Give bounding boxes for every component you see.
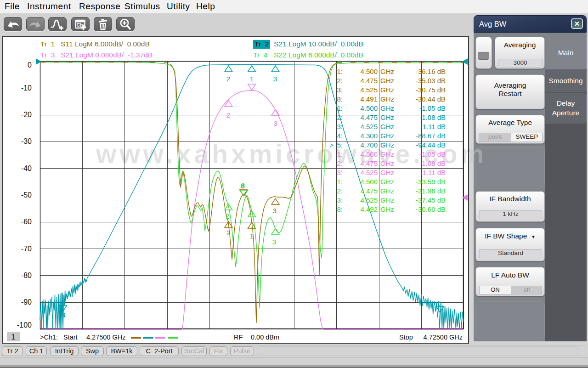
- svg-text:-90: -90: [21, 298, 32, 306]
- svg-text:-88.67 dB: -88.67 dB: [416, 132, 446, 140]
- svg-text:GHz: GHz: [380, 178, 394, 186]
- svg-text:2: 2: [226, 212, 229, 220]
- svg-text:1:: 1:: [337, 178, 343, 186]
- svg-text:1:: 1:: [337, 104, 343, 112]
- svg-text:GHz: GHz: [380, 159, 394, 167]
- svg-text:-30.44 dB: -30.44 dB: [416, 95, 446, 103]
- svg-text:2:: 2:: [337, 187, 343, 195]
- svg-text:GHz: GHz: [380, 123, 394, 130]
- svg-text:-94.44 dB: -94.44 dB: [416, 141, 446, 149]
- svg-text:-1.11 dB: -1.11 dB: [420, 123, 446, 130]
- svg-text:4.500: 4.500: [360, 68, 378, 75]
- svg-text:5: 5: [438, 299, 441, 307]
- svg-text:4.525: 4.525: [360, 196, 378, 204]
- svg-text:4.491: 4.491: [360, 95, 378, 103]
- svg-text:4.27500 GHz: 4.27500 GHz: [86, 334, 125, 341]
- svg-text:4.492: 4.492: [360, 205, 378, 213]
- svg-text:-30.60 dB: -30.60 dB: [416, 205, 446, 213]
- svg-text:1: 1: [250, 232, 254, 240]
- svg-text:Start: Start: [63, 334, 78, 341]
- svg-text:GHz: GHz: [380, 113, 394, 121]
- svg-text:GHz: GHz: [380, 141, 394, 149]
- svg-text:3:: 3:: [337, 123, 343, 130]
- svg-text:4.525: 4.525: [360, 123, 378, 130]
- svg-text:-1.05 dB: -1.05 dB: [419, 104, 446, 112]
- svg-text:4: 4: [62, 311, 66, 319]
- svg-text:-60: -60: [21, 218, 32, 226]
- svg-text:Tr 4: Tr 4: [253, 51, 268, 59]
- svg-text:-40: -40: [21, 164, 32, 172]
- svg-text:Stop: Stop: [399, 334, 413, 341]
- svg-text:5:: 5:: [337, 141, 343, 149]
- svg-text:4.500: 4.500: [360, 104, 378, 112]
- svg-text:4.475: 4.475: [360, 113, 378, 121]
- svg-text:RF: RF: [234, 334, 243, 341]
- svg-text:GHz: GHz: [380, 205, 394, 213]
- svg-text:4.525: 4.525: [360, 169, 378, 176]
- svg-text:GHz: GHz: [380, 169, 394, 176]
- svg-text:GHz: GHz: [380, 95, 394, 103]
- svg-text:Tr 2: Tr 2: [254, 40, 269, 48]
- svg-text:-70: -70: [21, 245, 32, 253]
- svg-text:4.525: 4.525: [360, 86, 378, 94]
- svg-text:GHz: GHz: [380, 132, 394, 140]
- svg-text:3:: 3:: [337, 86, 343, 94]
- svg-text:Tr 3 S21 LogM 0.080dB/ -1.: Tr 3 S21 LogM 0.080dB/ -1.37dB: [40, 51, 153, 59]
- svg-text:4.475: 4.475: [360, 187, 378, 195]
- svg-text:-37.45 dB: -37.45 dB: [416, 196, 446, 204]
- svg-text:-80: -80: [21, 272, 32, 279]
- svg-text:-31.96 dB: -31.96 dB: [416, 187, 446, 195]
- svg-text:Tr 1 S11 LogM 6.000dB/ 0.0: Tr 1 S11 LogM 6.000dB/ 0.00dB: [40, 40, 150, 48]
- svg-text:-10: -10: [21, 84, 32, 92]
- svg-text:-20: -20: [21, 111, 32, 119]
- svg-text:>Ch1:: >Ch1:: [40, 334, 58, 341]
- svg-text:3: 3: [274, 119, 277, 127]
- svg-text:3: 3: [272, 238, 276, 246]
- svg-text:-30.75 dB: -30.75 dB: [416, 86, 446, 94]
- svg-text:2: 2: [226, 111, 230, 119]
- svg-text:GHz: GHz: [380, 187, 394, 195]
- svg-text:-35.03 dB: -35.03 dB: [416, 77, 446, 85]
- svg-text:4.500: 4.500: [360, 178, 378, 186]
- svg-text:1:: 1:: [337, 68, 343, 75]
- svg-text:0: 0: [28, 61, 32, 69]
- svg-text:2:: 2:: [337, 113, 343, 121]
- svg-text:-50: -50: [21, 191, 32, 199]
- svg-text:-36.16 dB: -36.16 dB: [416, 68, 446, 75]
- svg-text:1: 1: [11, 333, 16, 341]
- svg-text:8: 8: [241, 181, 245, 189]
- svg-text:GHz: GHz: [380, 150, 394, 158]
- svg-text:-100: -100: [17, 321, 32, 329]
- svg-text:8:: 8:: [337, 205, 343, 213]
- svg-text:4.700: 4.700: [360, 141, 378, 149]
- svg-text:1:: 1:: [337, 150, 343, 158]
- svg-text:3: 3: [273, 75, 277, 83]
- svg-text:2:: 2:: [337, 77, 343, 85]
- svg-text:2: 2: [226, 229, 230, 237]
- svg-text:4.72500 GHz: 4.72500 GHz: [424, 334, 463, 341]
- svg-text:3: 3: [273, 207, 277, 215]
- svg-text:-1.08 dB: -1.08 dB: [419, 113, 446, 121]
- svg-text:4.475: 4.475: [360, 159, 378, 167]
- svg-text:GHz: GHz: [380, 68, 394, 75]
- svg-text:3:: 3:: [337, 169, 343, 176]
- svg-text:GHz: GHz: [380, 77, 394, 85]
- svg-text:-1.05 dB: -1.05 dB: [419, 150, 446, 158]
- svg-text:-33.59 dB: -33.59 dB: [416, 178, 446, 186]
- svg-text:S21 LogM 10.00dB/ 0.00dB: S21 LogM 10.00dB/ 0.00dB: [274, 40, 363, 48]
- svg-text:0.00 dBm: 0.00 dBm: [251, 334, 279, 341]
- svg-text:1: 1: [250, 75, 254, 83]
- svg-text:2:: 2:: [337, 159, 343, 167]
- svg-text:GHz: GHz: [380, 196, 394, 204]
- svg-text:8:: 8:: [337, 95, 343, 103]
- svg-text:S22 LogM 6.000dB/ 0.00dB: S22 LogM 6.000dB/ 0.00dB: [274, 51, 363, 59]
- svg-text:GHz: GHz: [380, 104, 394, 112]
- svg-text:4.475: 4.475: [360, 77, 378, 85]
- svg-text:-30: -30: [21, 137, 32, 145]
- svg-text:GHz: GHz: [380, 86, 394, 94]
- svg-text:-1.11 dB: -1.11 dB: [420, 169, 446, 176]
- svg-text:>: >: [329, 141, 334, 149]
- svg-text:3:: 3:: [337, 196, 343, 204]
- svg-text:-1.08 dB: -1.08 dB: [419, 159, 446, 167]
- svg-text:2: 2: [226, 75, 230, 83]
